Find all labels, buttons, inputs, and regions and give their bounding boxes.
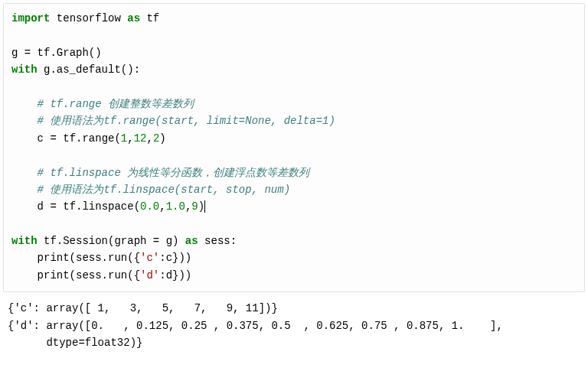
keyword-import: import xyxy=(11,12,50,24)
alias-name: tf xyxy=(146,12,159,24)
code-line-1: import tensorflow as tf xyxy=(11,10,577,27)
comment: # 使用语法为tf.linspace(start, stop, num) xyxy=(38,184,290,196)
num: 9 xyxy=(191,200,198,213)
code-line-4: with g.as_default(): xyxy=(11,61,577,78)
op-assign: = xyxy=(153,235,159,247)
session-expr: tf.Session(graph xyxy=(38,235,153,247)
print-call: print(sess.run({ xyxy=(38,252,140,264)
comma: , xyxy=(127,132,133,145)
print-tail: :c})) xyxy=(159,252,191,264)
space xyxy=(50,12,56,24)
code-line-11: # 使用语法为tf.linspace(start, stop, num) xyxy=(11,181,577,198)
code-line-3: g = tf.Graph() xyxy=(11,44,577,61)
op-assign: = xyxy=(24,47,31,59)
call-graph: tf.Graph() xyxy=(31,47,101,59)
output-line-2: {'d': array([0. , 0.125, 0.25 , 0.375, 0… xyxy=(8,317,580,334)
indent xyxy=(11,98,38,110)
num: 0.0 xyxy=(140,200,159,213)
indent xyxy=(11,115,38,127)
code-line-6: # tf.range 创建整数等差数列 xyxy=(11,96,577,112)
output-line-1: {'c': array([ 1, 3, 5, 7, 9, 11])} xyxy=(8,300,580,317)
code-line-13 xyxy=(11,216,577,233)
code-line-16: print(sess.run({'d':d})) xyxy=(11,267,577,284)
code-line-5 xyxy=(11,79,577,96)
code-block: import tensorflow as tf g = tf.Graph() w… xyxy=(3,3,585,292)
code-line-12: d = tf.linspace(0.0,1.0,9) xyxy=(11,198,577,215)
with-expr: g.as_default(): xyxy=(38,63,140,76)
num: 1 xyxy=(121,132,127,145)
num: 1.0 xyxy=(166,200,185,213)
var-c: c xyxy=(38,132,51,145)
output-line-3: dtype=float32)} xyxy=(8,334,580,351)
keyword-with: with xyxy=(11,63,38,76)
indent xyxy=(11,132,38,145)
output-block: {'c': array([ 1, 3, 5, 7, 9, 11])} {'d':… xyxy=(0,295,588,357)
code-line-10: # tf.linspace 为线性等分函数，创建浮点数等差数列 xyxy=(11,164,577,181)
keyword-as: as xyxy=(185,235,198,247)
num: 12 xyxy=(134,132,147,145)
session-var: sess: xyxy=(198,235,237,247)
code-line-9 xyxy=(11,147,577,164)
comment: # 使用语法为tf.range(start, limit=None, delta… xyxy=(38,115,335,127)
print-call: print(sess.run({ xyxy=(38,269,140,281)
print-tail: :d})) xyxy=(159,269,191,281)
code-line-2 xyxy=(11,27,577,44)
comment: # tf.linspace 为线性等分函数，创建浮点数等差数列 xyxy=(38,167,310,179)
var-d: d xyxy=(38,200,51,213)
call-range: tf.range( xyxy=(57,132,121,145)
var-g: g xyxy=(11,47,24,59)
indent xyxy=(11,269,38,281)
paren: ) xyxy=(159,132,165,145)
text-cursor-icon xyxy=(204,200,205,213)
comma: , xyxy=(146,132,152,145)
code-line-15: print(sess.run({'c':c})) xyxy=(11,249,577,266)
op-assign: = xyxy=(50,200,56,213)
module-name: tensorflow xyxy=(57,12,127,24)
indent xyxy=(11,252,38,264)
string-literal: 'c' xyxy=(140,252,159,264)
keyword-as: as xyxy=(127,12,140,24)
call-linspace: tf.linspace( xyxy=(57,200,140,213)
indent xyxy=(11,184,38,196)
session-arg: g) xyxy=(159,235,185,247)
comma: , xyxy=(159,200,165,213)
paren: ) xyxy=(198,200,204,213)
indent xyxy=(11,200,38,213)
string-literal: 'd' xyxy=(140,269,159,281)
code-line-8: c = tf.range(1,12,2) xyxy=(11,130,577,147)
code-line-14: with tf.Session(graph = g) as sess: xyxy=(11,233,577,249)
indent xyxy=(11,167,38,179)
comment: # tf.range 创建整数等差数列 xyxy=(38,98,194,110)
keyword-with: with xyxy=(11,235,38,247)
op-assign: = xyxy=(50,132,56,145)
code-line-7: # 使用语法为tf.range(start, limit=None, delta… xyxy=(11,112,577,129)
